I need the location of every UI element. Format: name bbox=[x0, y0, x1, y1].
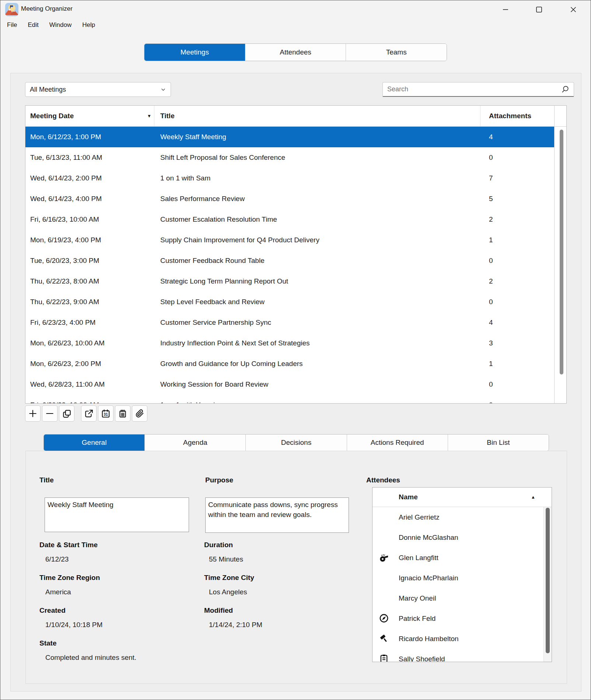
meeting-attachments-cell: 7 bbox=[489, 168, 493, 189]
minimize-button[interactable] bbox=[494, 1, 517, 18]
meeting-attachments-cell: 3 bbox=[489, 333, 493, 353]
table-row[interactable]: Wed, 6/14/23, 4:00 PMSales Performance R… bbox=[25, 189, 554, 209]
notes-button[interactable] bbox=[115, 405, 130, 422]
column-divider bbox=[480, 106, 480, 126]
meeting-date-cell: Mon, 6/26/23, 10:00 AM bbox=[30, 333, 105, 353]
table-row[interactable]: Mon, 6/26/23, 10:00 AMIndustry Inflectio… bbox=[25, 333, 554, 353]
maximize-button[interactable] bbox=[528, 1, 550, 18]
detail-tab-actions-required[interactable]: Actions Required bbox=[347, 435, 448, 451]
meeting-attachments-cell: 5 bbox=[489, 189, 493, 209]
attendee-row[interactable]: Ariel Gerrietz bbox=[373, 507, 544, 527]
title-field[interactable]: Weekly Staff Meeting bbox=[45, 497, 189, 532]
window-title: Meeting Organizer bbox=[21, 5, 73, 13]
meeting-attachments-cell: 0 bbox=[489, 395, 493, 403]
table-row[interactable]: Mon, 6/12/23, 1:00 PMWeekly Staff Meetin… bbox=[25, 127, 554, 147]
table-row[interactable]: Fri, 6/30/23, 10:00 AM1 on 1 with Yasmin… bbox=[25, 395, 554, 403]
meeting-attachments-cell: 0 bbox=[489, 292, 493, 312]
clipboard-icon bbox=[379, 654, 389, 662]
attendee-row[interactable]: Marcy Oneil bbox=[373, 588, 544, 608]
add-button[interactable] bbox=[25, 405, 41, 422]
menu-item-help[interactable]: Help bbox=[81, 21, 97, 29]
meetings-list: Mon, 6/12/23, 1:00 PMWeekly Staff Meetin… bbox=[25, 127, 554, 403]
menu-item-edit[interactable]: Edit bbox=[26, 21, 40, 29]
search-icon[interactable] bbox=[560, 85, 570, 94]
meetings-table: Meeting Date ▼ Title Attachments Mon, 6/… bbox=[25, 105, 567, 404]
attendee-name: Donnie McGlashan bbox=[399, 527, 458, 548]
detail-tab-agenda[interactable]: Agenda bbox=[145, 435, 246, 451]
attendee-name: Marcy Oneil bbox=[399, 588, 436, 608]
notes-icon bbox=[118, 409, 127, 418]
meeting-title-cell: Weekly Staff Meeting bbox=[160, 127, 226, 147]
field-value-time-zone-region[interactable]: America bbox=[45, 588, 71, 596]
field-value-state[interactable]: Completed and minutes sent. bbox=[45, 654, 136, 662]
detail-tab-bin-list[interactable]: Bin List bbox=[448, 435, 549, 451]
table-row[interactable]: Tue, 6/13/23, 11:00 AMShift Left Proposa… bbox=[25, 147, 554, 168]
table-row[interactable]: Fri, 6/16/23, 10:00 AMCustomer Escalatio… bbox=[25, 209, 554, 230]
attendee-row[interactable]: Patrick Feld bbox=[373, 608, 544, 629]
field-label-date-start-time: Date & Start Time bbox=[39, 541, 98, 549]
meeting-attachments-cell: 4 bbox=[489, 127, 493, 147]
attendee-row[interactable]: Glen Langfitt bbox=[373, 548, 544, 568]
detail-tab-decisions[interactable]: Decisions bbox=[246, 435, 347, 451]
meeting-date-cell: Wed, 6/14/23, 4:00 PM bbox=[30, 189, 102, 209]
column-header-name[interactable]: Name bbox=[399, 488, 418, 507]
menu-item-window[interactable]: Window bbox=[48, 21, 73, 29]
add-icon bbox=[28, 409, 38, 418]
table-scrollbar[interactable] bbox=[560, 130, 563, 374]
meeting-date-cell: Wed, 6/28/23, 11:00 AM bbox=[30, 374, 105, 395]
attendee-name: Sally Shoefield bbox=[399, 649, 445, 662]
meeting-attachments-cell: 2 bbox=[489, 209, 493, 230]
field-value-created: 1/10/24, 10:18 PM bbox=[45, 621, 102, 629]
table-row[interactable]: Wed, 6/28/23, 11:00 AMWorking Session fo… bbox=[25, 374, 554, 395]
calendar-button[interactable]: 31 bbox=[98, 405, 113, 422]
export-button[interactable] bbox=[81, 405, 97, 422]
search-input[interactable] bbox=[387, 85, 560, 94]
menu-item-file[interactable]: File bbox=[6, 21, 18, 29]
remove-button[interactable] bbox=[42, 405, 57, 422]
column-header-title[interactable]: Title bbox=[160, 106, 175, 126]
attachment-icon bbox=[135, 409, 144, 418]
table-row[interactable]: Thu, 6/22/23, 8:00 AMStrategic Long Term… bbox=[25, 271, 554, 292]
table-row[interactable]: Wed, 6/14/23, 2:00 PM1 on 1 with Sam7 bbox=[25, 168, 554, 189]
column-header-attachments[interactable]: Attachments bbox=[489, 106, 531, 126]
attendees-scrollbar[interactable] bbox=[546, 508, 550, 653]
attendee-row[interactable]: Donnie McGlashan bbox=[373, 527, 544, 548]
tab-attendees[interactable]: Attendees bbox=[245, 44, 346, 61]
close-button[interactable] bbox=[562, 1, 585, 18]
attachment-button[interactable] bbox=[132, 405, 147, 422]
app-window: Meeting Organizer FileEditWindowHelp Mee… bbox=[0, 0, 591, 700]
table-row[interactable]: Mon, 6/19/23, 4:00 PMSupply Chain Improv… bbox=[25, 230, 554, 250]
tab-meetings[interactable]: Meetings bbox=[144, 44, 245, 61]
meeting-date-cell: Fri, 6/30/23, 10:00 AM bbox=[30, 395, 99, 403]
meetings-filter-dropdown[interactable]: All Meetings bbox=[25, 82, 171, 97]
detail-tab-general[interactable]: General bbox=[44, 435, 145, 451]
triangle-up-icon: ▲ bbox=[531, 488, 535, 507]
field-value-time-zone-city[interactable]: Los Angeles bbox=[209, 588, 247, 596]
duplicate-button[interactable] bbox=[59, 405, 74, 422]
purpose-field[interactable]: Communicate pass downs, sync progress wi… bbox=[205, 497, 349, 533]
remove-icon bbox=[45, 409, 55, 418]
whistle-icon bbox=[379, 552, 389, 563]
attendee-row[interactable]: Sally Shoefield bbox=[373, 649, 544, 662]
field-value-date-start-time[interactable]: 6/12/23 bbox=[45, 555, 69, 563]
meeting-title-cell: Working Session for Board Review bbox=[160, 374, 268, 395]
attendees-header: Name ▲ bbox=[373, 488, 552, 507]
table-row[interactable]: Fri, 6/23/23, 4:00 PMCustomer Service Pa… bbox=[25, 312, 554, 333]
field-value-duration[interactable]: 55 Minutes bbox=[209, 555, 243, 563]
app-logo-icon bbox=[5, 3, 18, 16]
meeting-title-cell: Shift Left Proposal for Sales Conference bbox=[160, 147, 285, 168]
attendee-name: Ariel Gerrietz bbox=[399, 507, 440, 527]
chevron-down-icon bbox=[160, 87, 166, 92]
table-row[interactable]: Tue, 6/20/23, 3:00 PMCustomer Feedback R… bbox=[25, 250, 554, 271]
meeting-attachments-cell: 0 bbox=[489, 147, 493, 168]
tab-teams[interactable]: Teams bbox=[346, 44, 447, 61]
title-field-label: Title bbox=[39, 476, 54, 484]
filter-selected-value: All Meetings bbox=[30, 86, 66, 94]
meeting-attachments-cell: 4 bbox=[489, 312, 493, 333]
table-row[interactable]: Mon, 6/26/23, 2:00 PMGrowth and Guidance… bbox=[25, 353, 554, 374]
column-header-meeting-date[interactable]: Meeting Date bbox=[30, 106, 74, 126]
attendee-row[interactable]: Ricardo Hambelton bbox=[373, 629, 544, 649]
table-row[interactable]: Thu, 6/22/23, 9:00 AMStep Level Feedback… bbox=[25, 292, 554, 312]
attendee-row[interactable]: Ignacio McPharlain bbox=[373, 568, 544, 588]
meeting-title-cell: Industry Inflection Point & Next Set of … bbox=[160, 333, 310, 353]
